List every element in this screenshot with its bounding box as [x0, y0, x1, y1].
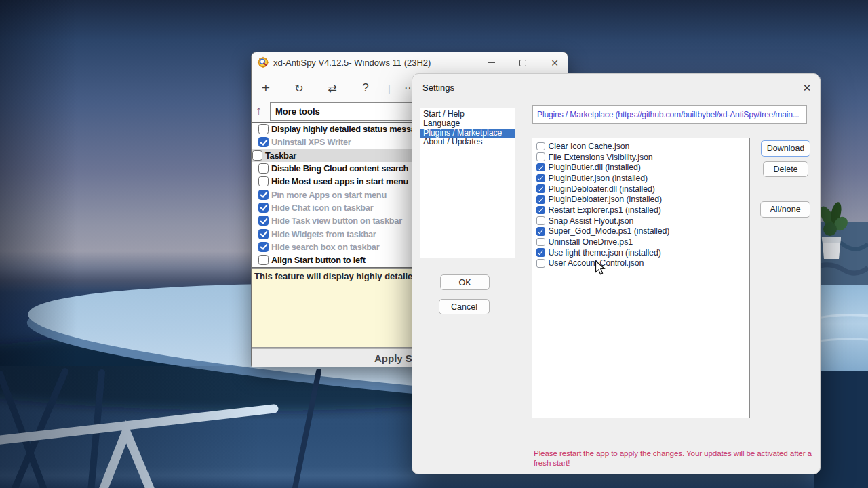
tweak-label: Uninstall XPS Writer [271, 137, 351, 147]
settings-nav-start-help[interactable]: Start / Help [420, 110, 515, 119]
plugin-label: Clear Icon Cache.json [549, 142, 630, 151]
tweak-label: Align Start button to left [271, 255, 366, 265]
couch [814, 222, 868, 488]
tweak-label: Pin more Apps on start menu [271, 190, 387, 200]
checkbox-checked[interactable] [258, 229, 269, 239]
checkbox-unchecked[interactable] [258, 176, 269, 186]
checkbox-checked[interactable] [536, 248, 545, 257]
plugin-item[interactable]: Restart Explorer.ps1 (installed) [532, 205, 749, 216]
ok-button[interactable]: OK [440, 274, 490, 290]
checkbox-unchecked[interactable] [258, 163, 269, 174]
minimize-button[interactable] [475, 52, 507, 73]
plugin-item[interactable]: Snap Assist Flyout.json [532, 216, 749, 226]
settings-nav-language[interactable]: Language [420, 119, 515, 129]
checkbox-checked[interactable] [258, 137, 269, 147]
app-icon [257, 56, 269, 68]
plugin-label: Super_God_Mode.ps1 (installed) [549, 226, 670, 236]
dialog-title: Settings [422, 83, 454, 93]
plugin-label: File Extensions Visibility.json [549, 152, 653, 162]
plugin-label: Snap Assist Flyout.json [549, 216, 634, 226]
plugin-label: Uninstall OneDrive.ps1 [549, 237, 633, 247]
add-icon[interactable]: + [256, 74, 276, 102]
checkbox-checked[interactable] [536, 184, 545, 193]
swap-arrows-icon[interactable]: ⇄ [322, 74, 342, 102]
toolbar-divider: | [379, 74, 399, 102]
tweak-label: Hide Chat icon on taskbar [271, 203, 373, 213]
plugin-item[interactable]: Super_God_Mode.ps1 (installed) [532, 226, 749, 237]
tweak-label: Hide Widgets from taskbar [271, 229, 376, 239]
plugin-item[interactable]: Uninstall OneDrive.ps1 [532, 237, 749, 247]
tweak-label: Disable Bing Cloud content search [271, 163, 408, 174]
tweak-label: Taskbar [265, 150, 296, 161]
checkbox-unchecked[interactable] [536, 142, 545, 151]
plugin-item[interactable]: User Account Control.json [532, 258, 749, 269]
checkbox-checked[interactable] [536, 227, 545, 236]
checkbox-unchecked[interactable] [258, 255, 269, 265]
tweak-label: Hide Task view button on taskbar [271, 216, 402, 226]
plugin-item[interactable]: PluginButler.dll (installed) [532, 162, 749, 173]
checkbox-checked[interactable] [258, 203, 269, 213]
plugin-label: PluginButler.dll (installed) [549, 163, 641, 172]
settings-nav-about-updates[interactable]: About / Updates [420, 138, 515, 147]
checkbox-checked[interactable] [258, 190, 269, 200]
tweak-label: Hide search box on taskbar [271, 242, 379, 252]
plugin-list: Clear Icon Cache.jsonFile Extensions Vis… [532, 138, 750, 418]
checkbox-checked[interactable] [536, 206, 545, 215]
tweak-label: Display highly detailed status messages [271, 124, 430, 134]
checkbox-unchecked[interactable] [536, 238, 545, 247]
plugin-item[interactable]: PluginDebloater.json (installed) [532, 194, 749, 205]
checkbox-unchecked[interactable] [536, 259, 545, 268]
plugin-item[interactable]: Clear Icon Cache.json [532, 141, 749, 152]
checkbox-checked[interactable] [258, 242, 269, 252]
window-title: xd-AntiSpy V4.12.5- Windows 11 (23H2) [273, 58, 431, 68]
delete-button[interactable]: Delete [763, 161, 808, 177]
restart-notice: Please restart the app to apply the chan… [534, 449, 812, 467]
plugin-label: PluginDebloater.dll (installed) [549, 184, 655, 194]
checkbox-unchecked[interactable] [536, 152, 545, 161]
maximize-button[interactable] [507, 52, 538, 73]
checkbox-unchecked[interactable] [536, 216, 545, 225]
plugin-label: Restart Explorer.ps1 (installed) [549, 205, 661, 215]
tweak-label: Hide Most used apps in start menu [271, 176, 408, 186]
plugin-item[interactable]: PluginButler.json (installed) [532, 173, 749, 184]
plugin-label: PluginButler.json (installed) [549, 174, 648, 183]
checkbox-unchecked[interactable] [252, 150, 262, 161]
plugin-label: PluginDebloater.json (installed) [549, 195, 663, 204]
mouse-cursor [595, 260, 607, 277]
titlebar[interactable]: xd-AntiSpy V4.12.5- Windows 11 (23H2) ✕ [252, 52, 568, 74]
cancel-button[interactable]: Cancel [439, 299, 490, 314]
settings-nav-list: Start / HelpLanguagePlugins / Marketplac… [420, 108, 515, 258]
settings-nav-plugins-marketplace[interactable]: Plugins / Marketplace [420, 129, 515, 138]
help-icon[interactable]: ? [355, 74, 376, 102]
plugin-item[interactable]: File Extensions Visibility.json [532, 152, 749, 163]
checkbox-unchecked[interactable] [258, 124, 269, 134]
checkbox-checked[interactable] [258, 216, 269, 226]
plugin-item[interactable]: Use light theme.json (installed) [532, 247, 749, 258]
plugin-label: Use light theme.json (installed) [549, 248, 661, 258]
refresh-icon[interactable]: ↻ [289, 74, 309, 102]
all-none-button[interactable]: All/none [760, 201, 810, 218]
checkbox-checked[interactable] [536, 174, 545, 183]
up-arrow-icon[interactable]: ↑ [256, 104, 262, 118]
download-button[interactable]: Download [761, 140, 810, 157]
checkbox-checked[interactable] [536, 195, 545, 204]
marketplace-source-label: Plugins / Marketplace (https://github.co… [532, 105, 807, 124]
settings-dialog: Settings ✕ Start / HelpLanguagePlugins /… [412, 73, 821, 474]
close-button[interactable]: ✕ [539, 52, 570, 73]
plugin-item[interactable]: PluginDebloater.dll (installed) [532, 184, 749, 195]
dialog-close-icon[interactable]: ✕ [800, 81, 814, 95]
checkbox-checked[interactable] [536, 163, 545, 172]
